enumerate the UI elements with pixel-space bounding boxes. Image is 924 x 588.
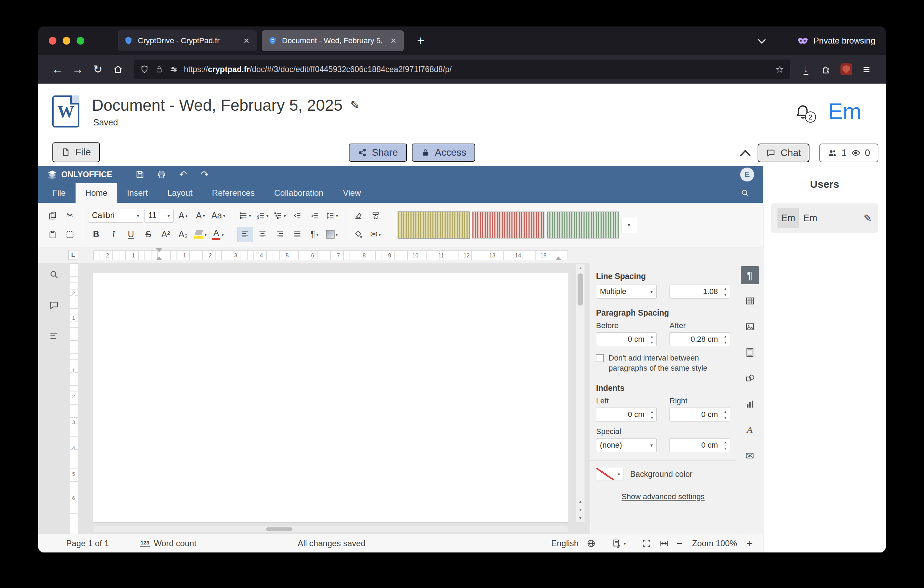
tab-document[interactable]: Document - Wed, February 5, 2 ×	[262, 30, 404, 51]
increase-font-button[interactable]: A▴	[175, 208, 191, 223]
notifications-bell[interactable]: 2	[794, 103, 811, 120]
url-text[interactable]: https://cryptpad.fr/doc/#/3/doc/edit/ff0…	[184, 65, 770, 74]
url-bar[interactable]: https://cryptpad.fr/doc/#/3/doc/edit/ff0…	[134, 59, 790, 79]
paragraph-settings-icon[interactable]: ¶	[741, 266, 759, 284]
image-settings-icon[interactable]	[741, 318, 759, 336]
access-button[interactable]: Access	[412, 144, 475, 162]
strikethrough-button[interactable]: S	[140, 227, 156, 242]
right-indent-marker[interactable]	[555, 256, 561, 260]
reload-button[interactable]: ↻	[88, 59, 108, 79]
zoom-level[interactable]: Zoom 100%	[690, 538, 739, 548]
style-gallery-item-1[interactable]	[398, 211, 470, 239]
subscript-button[interactable]: A₂	[175, 227, 191, 242]
menu-tab-view[interactable]: View	[333, 183, 371, 203]
menu-tab-collaboration[interactable]: Collaboration	[265, 183, 333, 203]
edit-name-pencil-icon[interactable]: ✎	[864, 213, 872, 224]
downloads-button[interactable]: ↓	[796, 59, 816, 79]
permissions-icon[interactable]	[169, 65, 178, 74]
copy-button[interactable]	[45, 208, 61, 223]
scroll-up-arrow[interactable]: ▴	[576, 264, 584, 272]
change-case-button[interactable]: Aa▾	[210, 208, 227, 223]
numbered-list-button[interactable]: 123 ▾	[254, 208, 271, 223]
share-button[interactable]: Share	[349, 144, 407, 162]
user-list-item[interactable]: Em Em ✎	[771, 203, 878, 233]
header-footer-settings-icon[interactable]	[741, 344, 759, 362]
page-color-button[interactable]	[350, 227, 366, 242]
tab-close-icon[interactable]: ×	[242, 35, 251, 46]
word-count-button[interactable]: 123 Word count	[140, 538, 196, 548]
zoom-out-button[interactable]: −	[676, 537, 683, 549]
document-language-button[interactable]: English	[551, 538, 579, 548]
style-gallery-item-2[interactable]	[472, 211, 544, 239]
fit-width-icon[interactable]	[659, 538, 669, 548]
horizontal-scrollbar-thumb[interactable]	[266, 527, 292, 531]
decrease-indent-button[interactable]	[289, 208, 305, 223]
align-left-button[interactable]	[237, 227, 253, 242]
rename-pencil-icon[interactable]: ✎	[350, 99, 360, 112]
mail-merge-button[interactable]: ✉▾	[368, 227, 384, 242]
italic-button[interactable]: I	[106, 227, 122, 242]
vertical-ruler[interactable]: 2 1 1 2 3 4 5 6	[69, 263, 78, 533]
collapse-toolbar-button[interactable]	[734, 145, 753, 161]
window-zoom-button[interactable]	[77, 37, 84, 45]
tab-cryptdrive[interactable]: CryptDrive - CryptPad.fr ×	[118, 30, 257, 51]
vertical-scrollbar[interactable]: ▴ ▴ ▾ ▾	[576, 263, 585, 522]
special-value-spinner[interactable]: 0 cm ▴▾	[670, 438, 730, 452]
extensions-icon[interactable]	[816, 59, 836, 79]
tracking-shield-icon[interactable]	[140, 65, 149, 74]
cut-button[interactable]: ✂	[62, 208, 78, 223]
font-name-combo[interactable]: Calibri▾	[88, 209, 143, 223]
chart-settings-icon[interactable]	[741, 395, 759, 413]
document-page[interactable]	[93, 273, 568, 522]
redo-button[interactable]: ↷	[195, 168, 214, 182]
bookmark-star-icon[interactable]: ☆	[776, 64, 784, 75]
style-gallery-expand-button[interactable]: ▾	[621, 217, 637, 233]
undo-button[interactable]: ↶	[173, 168, 193, 182]
globe-icon[interactable]	[586, 538, 596, 548]
advanced-settings-link[interactable]: Show advanced settings	[622, 492, 705, 501]
window-minimize-button[interactable]	[63, 37, 70, 45]
tab-overflow-chevron-icon[interactable]	[757, 36, 766, 44]
user-avatar[interactable]: Em	[828, 99, 861, 124]
ublock-icon[interactable]	[836, 59, 856, 79]
first-line-indent-marker[interactable]	[156, 248, 162, 252]
app-menu-button[interactable]: ≡	[856, 59, 877, 79]
menu-tab-references[interactable]: References	[202, 183, 265, 203]
copy-style-button[interactable]	[368, 208, 384, 223]
menu-tab-layout[interactable]: Layout	[158, 183, 202, 203]
next-page-button[interactable]: ▾	[576, 505, 584, 514]
back-button[interactable]: ←	[47, 59, 68, 79]
clear-style-button[interactable]	[350, 208, 366, 223]
line-spacing-dropdown[interactable]: Multiple▾	[596, 284, 657, 299]
interval-checkbox[interactable]	[596, 354, 604, 362]
window-close-button[interactable]	[49, 37, 56, 45]
line-spacing-button[interactable]: ▾	[324, 208, 340, 223]
decrease-font-button[interactable]: A▾	[193, 208, 208, 223]
style-gallery-item-3[interactable]	[546, 211, 619, 239]
home-button[interactable]	[108, 59, 128, 79]
vertical-scrollbar-thumb[interactable]	[578, 273, 583, 306]
spell-check-button[interactable]: ▾	[612, 538, 626, 548]
select-all-button[interactable]	[62, 227, 78, 242]
menu-tab-insert[interactable]: Insert	[117, 183, 158, 203]
line-spacing-spinner[interactable]: 1.08 ▴▾	[670, 284, 730, 299]
horizontal-scrollbar[interactable]	[93, 526, 568, 532]
justify-button[interactable]	[289, 227, 305, 242]
textart-settings-icon[interactable]: A	[741, 421, 759, 439]
menu-tab-file[interactable]: File	[43, 183, 76, 203]
chat-button[interactable]: Chat	[757, 144, 809, 162]
increase-indent-button[interactable]	[307, 208, 323, 223]
indent-left-spinner[interactable]: 0 cm ▴▾	[596, 408, 657, 421]
table-settings-icon[interactable]	[741, 292, 759, 310]
indent-right-spinner[interactable]: 0 cm ▴▾	[670, 408, 730, 421]
nonprinting-characters-button[interactable]: ¶▾	[307, 227, 323, 242]
previous-page-button[interactable]: ▴	[576, 497, 584, 505]
print-button[interactable]	[152, 168, 171, 182]
fit-page-icon[interactable]	[642, 538, 652, 548]
special-dropdown[interactable]: (none)▾	[596, 438, 657, 452]
forward-button[interactable]: →	[68, 59, 88, 79]
paste-button[interactable]	[45, 227, 61, 242]
shape-settings-icon[interactable]	[741, 369, 759, 387]
bullet-list-button[interactable]: ▾	[237, 208, 253, 223]
bold-button[interactable]: B	[88, 227, 104, 242]
